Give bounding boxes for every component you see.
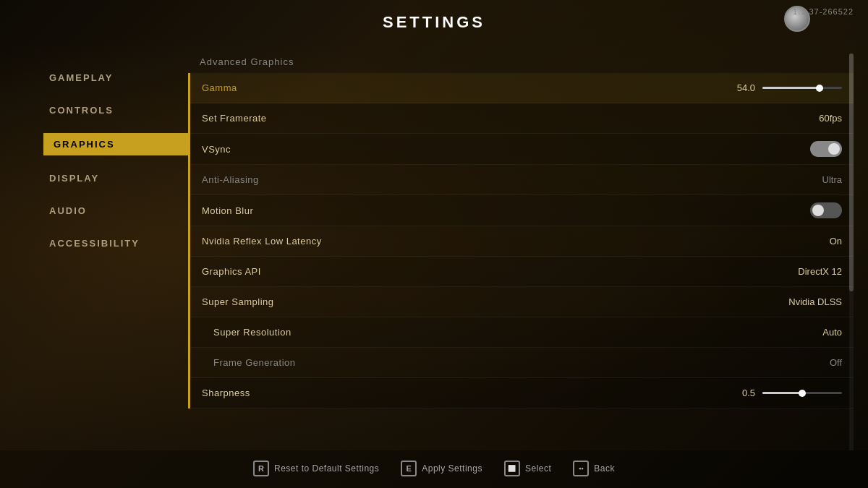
frame-generation-label: Frame Generation bbox=[213, 357, 296, 368]
version-badge: 1.1.37-266522 bbox=[793, 7, 854, 16]
header: SETTINGS 1.1.37-266522 bbox=[0, 0, 868, 39]
sharpness-slider-fill bbox=[762, 392, 802, 394]
setting-row-framerate[interactable]: Set Framerate 60fps bbox=[190, 103, 854, 134]
sharpness-slider-thumb bbox=[799, 390, 806, 397]
sidebar-item-controls[interactable]: CONTROLS bbox=[43, 100, 188, 120]
anti-aliasing-value: Ultra bbox=[755, 174, 842, 185]
reset-action[interactable]: R Reset to Default Settings bbox=[253, 461, 379, 476]
nvidia-reflex-value: On bbox=[755, 236, 842, 247]
page-wrapper: SETTINGS 1.1.37-266522 GAMEPLAY CONTROLS… bbox=[0, 0, 868, 488]
settings-list: Gamma 54.0 Set Framerate 60fps bbox=[188, 73, 854, 408]
graphics-api-label: Graphics API bbox=[202, 266, 261, 277]
sharpness-slider-track[interactable] bbox=[762, 392, 842, 394]
gamma-slider-container[interactable]: 54.0 bbox=[730, 82, 842, 93]
sidebar-item-display[interactable]: DISPLAY bbox=[43, 168, 188, 188]
apply-action[interactable]: E Apply Settings bbox=[401, 461, 482, 476]
sidebar: GAMEPLAY CONTROLS GRAPHICS DISPLAY AUDIO… bbox=[0, 53, 188, 450]
graphics-api-value: DirectX 12 bbox=[755, 266, 842, 277]
reset-label: Reset to Default Settings bbox=[274, 463, 379, 474]
setting-row-anti-aliasing[interactable]: Anti-Aliasing Ultra bbox=[190, 165, 854, 195]
framerate-value: 60fps bbox=[755, 113, 842, 124]
super-sampling-value: Nvidia DLSS bbox=[755, 296, 842, 307]
gamma-slider-thumb bbox=[816, 85, 823, 92]
sidebar-item-audio[interactable]: AUDIO bbox=[43, 201, 188, 221]
apply-key: E bbox=[401, 461, 417, 476]
sharpness-label: Sharpness bbox=[202, 388, 250, 398]
gamma-slider-fill bbox=[762, 87, 820, 89]
gamma-value: 54.0 bbox=[730, 82, 755, 93]
reset-key: R bbox=[253, 461, 269, 476]
motion-blur-toggle-knob bbox=[812, 205, 824, 216]
motion-blur-toggle[interactable] bbox=[810, 202, 842, 218]
scrollbar-thumb[interactable] bbox=[849, 53, 854, 291]
back-key: ▪▪ bbox=[573, 461, 589, 476]
setting-row-frame-generation[interactable]: Frame Generation Off bbox=[190, 348, 854, 378]
setting-row-super-resolution[interactable]: Super Resolution Auto bbox=[190, 317, 854, 348]
settings-panel: Advanced Graphics Gamma 54.0 Set Fr bbox=[188, 53, 854, 450]
vsync-toggle[interactable] bbox=[810, 141, 842, 157]
apply-label: Apply Settings bbox=[422, 463, 482, 474]
framerate-label: Set Framerate bbox=[202, 113, 267, 124]
nvidia-reflex-label: Nvidia Reflex Low Latency bbox=[202, 236, 322, 247]
setting-row-graphics-api[interactable]: Graphics API DirectX 12 bbox=[190, 257, 854, 287]
footer: R Reset to Default Settings E Apply Sett… bbox=[0, 450, 868, 488]
anti-aliasing-label: Anti-Aliasing bbox=[202, 174, 259, 185]
scrollbar[interactable] bbox=[849, 53, 854, 450]
vsync-label: VSync bbox=[202, 144, 231, 155]
sidebar-item-accessibility[interactable]: ACCESSIBILITY bbox=[43, 234, 188, 253]
sidebar-item-graphics[interactable]: GRAPHICS bbox=[43, 133, 188, 155]
setting-row-gamma[interactable]: Gamma 54.0 bbox=[190, 73, 854, 103]
super-resolution-value: Auto bbox=[755, 327, 842, 338]
select-action[interactable]: ⬜ Select bbox=[504, 461, 551, 476]
sharpness-value: 0.5 bbox=[730, 388, 755, 398]
back-action[interactable]: ▪▪ Back bbox=[573, 461, 615, 476]
motion-blur-label: Motion Blur bbox=[202, 205, 253, 216]
setting-row-super-sampling[interactable]: Super Sampling Nvidia DLSS bbox=[190, 287, 854, 317]
sharpness-slider-container[interactable]: 0.5 bbox=[730, 388, 842, 398]
super-sampling-label: Super Sampling bbox=[202, 296, 274, 307]
back-label: Back bbox=[594, 463, 615, 474]
select-key: ⬜ bbox=[504, 461, 520, 476]
setting-row-vsync[interactable]: VSync bbox=[190, 134, 854, 165]
main-content: GAMEPLAY CONTROLS GRAPHICS DISPLAY AUDIO… bbox=[0, 39, 868, 450]
super-resolution-label: Super Resolution bbox=[213, 327, 292, 338]
vsync-toggle-knob bbox=[828, 143, 840, 155]
select-label: Select bbox=[525, 463, 551, 474]
section-label: Advanced Graphics bbox=[188, 53, 854, 73]
setting-row-sharpness[interactable]: Sharpness 0.5 bbox=[190, 378, 854, 408]
page-title: SETTINGS bbox=[383, 13, 485, 32]
sidebar-item-gameplay[interactable]: GAMEPLAY bbox=[43, 68, 188, 87]
frame-generation-value: Off bbox=[755, 357, 842, 368]
gamma-slider-track[interactable] bbox=[762, 87, 842, 89]
gamma-label: Gamma bbox=[202, 82, 237, 93]
setting-row-nvidia-reflex[interactable]: Nvidia Reflex Low Latency On bbox=[190, 226, 854, 257]
setting-row-motion-blur[interactable]: Motion Blur bbox=[190, 195, 854, 226]
